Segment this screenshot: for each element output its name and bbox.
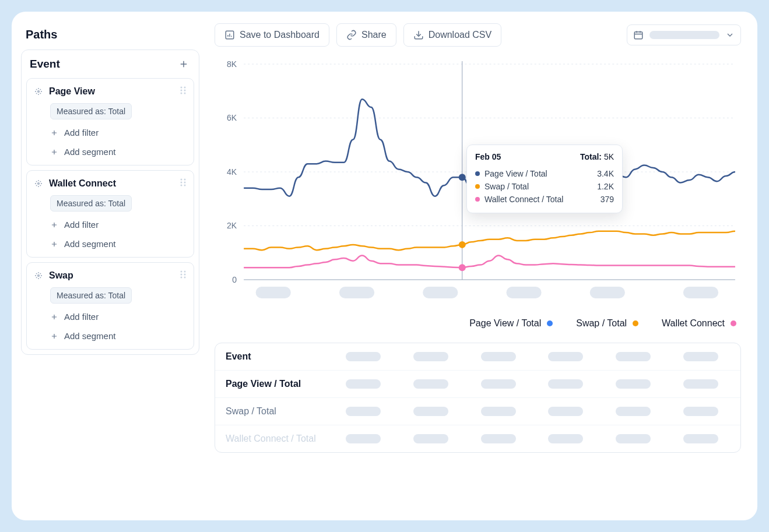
- add-segment-button[interactable]: Add segment: [45, 326, 198, 346]
- table-row-label: Page View / Total: [226, 379, 325, 389]
- panel-title: Event: [30, 58, 60, 71]
- table-header-event: Event: [226, 351, 325, 362]
- event-card: Wallet Connect Measured as: Total Add fi…: [26, 170, 194, 258]
- svg-point-1: [181, 87, 182, 89]
- add-event-button[interactable]: [177, 57, 191, 71]
- download-csv-button[interactable]: Download CSV: [403, 23, 502, 47]
- svg-rect-40: [506, 287, 541, 298]
- date-range-button[interactable]: [627, 24, 741, 45]
- cursor-icon: [34, 87, 43, 96]
- svg-point-19: [181, 277, 182, 279]
- cursor-icon: [34, 271, 43, 280]
- chevron-down-icon: [725, 30, 735, 40]
- svg-point-13: [184, 185, 186, 186]
- table-row: Page View / Total: [215, 371, 740, 398]
- svg-text:6K: 6K: [227, 114, 237, 123]
- svg-rect-42: [683, 287, 718, 298]
- event-name: Wallet Connect: [49, 178, 174, 189]
- svg-point-8: [181, 179, 182, 181]
- tooltip-row: Swap / Total1.2K: [475, 180, 614, 193]
- svg-point-11: [184, 182, 186, 184]
- svg-point-35: [459, 241, 466, 248]
- add-filter-button[interactable]: Add filter: [45, 307, 198, 326]
- share-button[interactable]: Share: [336, 23, 396, 47]
- svg-rect-41: [590, 287, 625, 298]
- svg-point-7: [38, 183, 40, 185]
- svg-rect-37: [256, 287, 291, 298]
- page-title: Paths: [21, 23, 199, 46]
- data-table: Event Page View / TotalSwap / TotalWalle…: [215, 343, 741, 453]
- svg-point-6: [184, 93, 186, 94]
- drag-handle-icon[interactable]: [180, 86, 187, 97]
- svg-point-15: [181, 271, 182, 273]
- chart-legend: Page View / TotalSwap / TotalWallet Conn…: [215, 309, 741, 343]
- svg-point-34: [459, 174, 466, 181]
- event-card: Swap Measured as: Total Add filter Add s…: [26, 262, 194, 350]
- svg-point-4: [184, 90, 186, 91]
- svg-point-9: [184, 179, 186, 181]
- event-panel: Event Page View Measured as: Total Add f…: [21, 50, 199, 355]
- event-name: Swap: [49, 270, 174, 281]
- table-row-label: Swap / Total: [226, 406, 325, 417]
- svg-text:4K: 4K: [227, 167, 237, 177]
- svg-point-5: [181, 93, 182, 94]
- svg-point-18: [184, 274, 186, 276]
- legend-item[interactable]: Swap / Total: [576, 318, 638, 329]
- measured-badge[interactable]: Measured as: Total: [50, 287, 132, 304]
- svg-point-36: [459, 264, 466, 271]
- add-segment-button[interactable]: Add segment: [45, 234, 198, 253]
- svg-point-12: [181, 185, 182, 186]
- svg-point-20: [184, 277, 186, 279]
- date-range-placeholder: [649, 31, 719, 39]
- legend-item[interactable]: Page View / Total: [469, 318, 553, 329]
- tooltip-row: Page View / Total3.4K: [475, 167, 614, 180]
- svg-rect-22: [634, 32, 642, 39]
- table-header-row: Event: [215, 343, 740, 371]
- svg-point-16: [184, 271, 186, 273]
- drag-handle-icon[interactable]: [180, 270, 187, 281]
- add-filter-button[interactable]: Add filter: [45, 215, 198, 234]
- svg-text:8K: 8K: [227, 59, 237, 69]
- sidebar: Paths Event Page View Measured as: Total…: [12, 12, 209, 520]
- svg-rect-39: [423, 287, 458, 298]
- tooltip-row: Wallet Connect / Total379: [475, 193, 614, 206]
- toolbar: Save to Dashboard Share Download CSV: [215, 23, 741, 47]
- chart: 02K4K6K8K Feb 05 Total: 5K Page View / T…: [215, 58, 741, 309]
- table-row: Swap / Total: [215, 398, 740, 425]
- svg-text:0: 0: [232, 275, 237, 284]
- svg-point-2: [184, 87, 186, 89]
- drag-handle-icon[interactable]: [180, 178, 187, 189]
- svg-point-10: [181, 182, 182, 184]
- add-segment-button[interactable]: Add segment: [45, 142, 198, 161]
- svg-rect-38: [339, 287, 374, 298]
- svg-point-0: [38, 91, 40, 93]
- save-dashboard-button[interactable]: Save to Dashboard: [215, 23, 329, 47]
- measured-badge[interactable]: Measured as: Total: [50, 195, 132, 212]
- main-content: Save to Dashboard Share Download CSV 02K…: [209, 12, 757, 520]
- event-card: Page View Measured as: Total Add filter …: [26, 78, 194, 165]
- cursor-icon: [34, 179, 43, 188]
- event-name: Page View: [49, 86, 174, 97]
- tooltip-date: Feb 05: [475, 152, 501, 161]
- add-filter-button[interactable]: Add filter: [45, 123, 198, 142]
- svg-point-14: [38, 275, 40, 277]
- svg-point-3: [181, 90, 182, 91]
- svg-text:2K: 2K: [227, 221, 237, 231]
- table-row-label: Wallet Connect / Total: [226, 434, 325, 444]
- svg-point-17: [181, 274, 182, 276]
- table-row: Wallet Connect / Total: [215, 425, 740, 452]
- chart-tooltip: Feb 05 Total: 5K Page View / Total3.4KSw…: [466, 145, 623, 213]
- measured-badge[interactable]: Measured as: Total: [50, 103, 132, 119]
- legend-item[interactable]: Wallet Connect: [662, 318, 736, 329]
